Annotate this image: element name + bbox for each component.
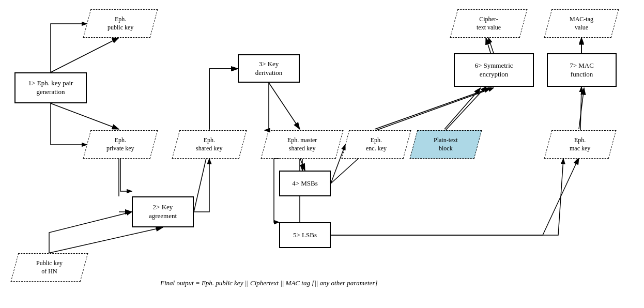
box6-symmetric-encryption: 6> Symmetricencryption bbox=[454, 53, 534, 87]
datastore-ciphertext-value: Cipher-text value bbox=[450, 9, 528, 38]
box7-mac-function: 7> MACfunction bbox=[547, 53, 617, 87]
svg-line-2 bbox=[51, 103, 119, 129]
box1-eph-key-pair: 1> Eph. key pair generation bbox=[14, 72, 87, 103]
svg-line-20 bbox=[543, 158, 579, 235]
box5-lsbs: 5> LSBs bbox=[279, 222, 331, 248]
datastore-plaintext-block: Plain-textblock bbox=[410, 130, 482, 159]
datastore-eph-public-key: Eph.public key bbox=[83, 9, 158, 38]
datastore-public-key-hn: Public keyof HN bbox=[11, 253, 88, 282]
final-output-text: Final output = Eph. public key || Cipher… bbox=[160, 279, 378, 287]
box2-key-agreement: 2> Keyagreement bbox=[132, 196, 194, 227]
svg-line-10 bbox=[300, 158, 305, 171]
svg-line-1 bbox=[51, 38, 119, 72]
svg-line-14 bbox=[375, 88, 491, 129]
datastore-eph-shared-key: Eph.shared key bbox=[172, 130, 247, 159]
svg-line-9 bbox=[269, 83, 300, 129]
box4-msbs: 4> MSBs bbox=[279, 171, 331, 196]
svg-line-16 bbox=[486, 38, 491, 54]
svg-line-15 bbox=[444, 88, 481, 129]
svg-line-5 bbox=[48, 227, 163, 253]
datastore-eph-enc-key: Eph.enc. key bbox=[342, 130, 411, 159]
datastore-eph-private-key: Eph.private key bbox=[83, 130, 158, 159]
datastore-mac-tag-value: MAC-tagvalue bbox=[544, 9, 619, 38]
box3-key-derivation: 3> Keyderivation bbox=[238, 54, 300, 83]
datastore-eph-mac-key: Eph.mac key bbox=[544, 130, 617, 159]
datastore-eph-master-shared-key: Eph. mastershared key bbox=[261, 130, 344, 159]
svg-line-18 bbox=[579, 88, 584, 129]
diagram: 1> Eph. key pair generation 2> Keyagreem… bbox=[0, 0, 644, 308]
